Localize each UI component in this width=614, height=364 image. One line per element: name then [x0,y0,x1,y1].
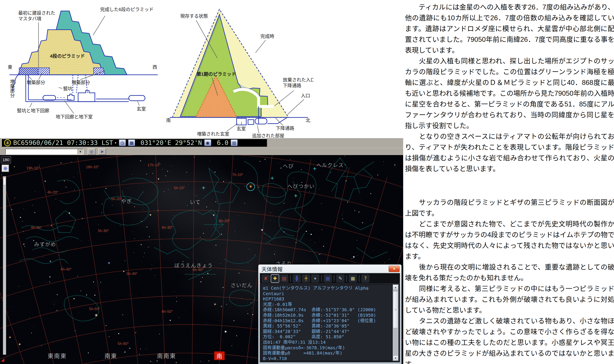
combobox-value[interactable] [6,149,77,154]
coordinate-cross-icon[interactable]: ╬ [293,275,301,282]
grid-coordinate-label: 17h-10° [147,163,161,167]
close-button[interactable]: × [389,266,400,272]
diagram-label-extension-mid: 増築部分 [27,80,45,85]
diagram-label-completed-pyramid: 完成した6段のピラミッド [100,7,154,12]
datetime-display[interactable]: BC65960/06/21 07:30:33 LST [13,139,113,146]
info-line: Centauri [263,291,390,297]
toolbar-separator [334,275,334,282]
dialog-toolbar: ✘✚▤╬╪⌖▥✎▦? [260,273,400,284]
reference-book-icon[interactable]: ▤ [280,275,288,282]
memo-clipboard-icon[interactable]: ▦ [349,275,357,282]
grid-coordinate-label: 4h-30° [31,225,42,230]
search-toolbar: ▼ ◎ ➤ [0,148,403,155]
horizon-direction-label: 東南東 [48,351,67,360]
grid-coordinate-label: 6h-50° [162,310,173,314]
telescope-icon[interactable]: ⌖ [311,275,319,282]
field-of-view-indicator: 180 [1,156,11,163]
paragraph: どこまでが意図された物で、どこまでが先史文明時代の製作かは不明瞭ですがサッカラの… [405,219,614,262]
clock-settings-icon[interactable]: ◷ [119,139,126,146]
globe-icon[interactable]: ◉ [204,139,211,146]
diagram-label-gallery-room: 地下回廊と地下室 [56,114,93,119]
grid-coordinate-label: 7h-10° [232,173,243,177]
info-line: 銀経:344°28'33" 銀緯:-21°44'47" [263,329,390,334]
grid-coordinate-label: 6h-20° [219,219,230,223]
help-icon[interactable]: ? [361,275,369,282]
coordinate-lock-icon[interactable]: ╪ [302,275,310,282]
constellation-label: ヘルクレス [317,161,344,169]
scroll-down-icon[interactable]: ▼ [393,355,398,361]
star-deselect-icon[interactable]: ✘ [262,275,270,282]
search-button[interactable]: ◎ [88,148,95,155]
toolbar-separator [290,275,291,282]
zoom-slider[interactable] [3,176,6,355]
horizon-direction-label: 南 [214,351,225,360]
info-line: 固有運動量μαcosδ=-3678.19(mas/年) [263,345,390,351]
planet-marker[interactable]: + [270,175,274,181]
diagram-label-south: 南 [166,118,171,123]
graph-monitor-icon[interactable]: ▥ [324,275,332,282]
diagram-label-current-state: 現存する状態 [180,13,208,18]
grid-coordinate-label: 4h-40° [61,267,71,272]
diagram-label-mastaba-line1: 最初に建設された [18,10,55,15]
diagram-label-west: 西 [152,65,157,69]
diagram-label-phase1: 第1期のピラミッド [197,71,236,77]
zoom-slider-thumb[interactable] [3,177,6,185]
paragraph: ティカルには金星のへの入植を表す26．7度の組み込みがあり、他の遺跡にも10カ所… [405,2,614,56]
goto-object-button[interactable]: ➤ [98,148,106,155]
display-settings-icon[interactable]: ▤ [231,139,238,146]
grid-coordinate-label: 6h-40° [193,268,204,272]
toolbar-separator [347,275,347,282]
scroll-up-icon[interactable]: ▲ [393,285,398,290]
diagram-label-added-room: 追加された部屋 [252,133,284,138]
grid-coordinate-label: 5h-10° [174,186,185,190]
dialog-titlebar[interactable]: 天体情報 × [260,265,400,273]
grid-coordinate-label: 6h-30° [162,225,173,230]
paragraph: となりの空きスペースにはティアマトの公転年が向けられており、ティアマトが失われた… [405,131,614,174]
horizon-direction-label: 南東 [105,351,117,360]
chart-corner-marker: ◢ [1,357,4,362]
celestial-info-dialog: 天体情報 × ✘✚▤╬╪⌖▥✎▦? α1 Cen(ケンタウルス) アルファケンタ… [258,264,402,364]
step-pyramid-cross-section-diagram: 最初に建設された マスタバ墳 完成した6段のピラミッド 4段のピラミッド 東 西… [5,2,160,120]
limiting-magnitude[interactable]: 6.0 [217,139,228,146]
diagram-label-descending-passage: 下降通路 [276,126,294,131]
extension-block [19,68,38,75]
info-line: 出01:47 南中07:31 没13:14 [263,339,390,345]
planet-marker[interactable]: + [313,166,317,172]
star-center-icon[interactable]: ✚ [271,275,279,282]
object-info-text: α1 Cen(ケンタウルス) アルファケンタウリ AlphaCentauriHI… [261,284,392,361]
info-line: HIP71683 [263,296,390,302]
planet-marker[interactable]: + [294,193,297,199]
time-dropdown-icon[interactable]: ▾ [114,141,117,145]
dialog-scrollbar[interactable]: ▲ ≡ ▼ [393,284,399,361]
horizon-direction-label: 南南東 [157,351,176,360]
selected-object-marker[interactable]: ✶ [246,182,255,191]
zoom-in-button[interactable]: ⊕ [2,165,9,172]
constellation-label: いて [190,198,201,205]
close-icon: × [393,267,396,271]
grid-coordinate-label: 5h-40° [127,272,137,276]
diagram-label-entrance: 入口 [301,93,310,98]
paragraph: 火星の入植も同様と思われ、探し出した場所がエジプトのサッカラの階段ピラミッドでし… [405,56,614,131]
underground-structures [26,75,145,102]
diagram-label-abandoned-line2: 下降通路 [283,83,301,88]
diagram-label-extended-chamber: 増築された玄室 [197,131,229,136]
edit-pen-icon[interactable]: ✎ [336,275,344,282]
constellation-label: さいだん [231,281,253,288]
info-line: 光度:-0.01等 [263,302,390,307]
grid-coordinate-label: 5h-50° [89,307,100,311]
grid-coordinate-label: 4h-20° [47,190,58,195]
object-search-combobox[interactable]: ▼ [5,149,84,155]
map-settings-icon[interactable]: ▦ [128,139,135,146]
paragraph: タニスの遺跡など激しく破壊されている物もあり、小さな物ほど破壊されやすかったでし… [405,316,614,364]
observer-coordinates[interactable]: 031°20'E 29°52'N [140,139,202,146]
combobox-dropdown-icon[interactable]: ▼ [77,149,83,154]
diagram-label-four-step: 4段のピラミッド [50,53,85,59]
constellation-label: へびつかい [287,182,315,190]
scrollbar-thumb[interactable]: ≡ [393,291,398,328]
planet-marker[interactable]: + [202,185,205,191]
diagram-label-mastaba-line2: マスタバ墳 [18,16,41,21]
constellation-label: へび [283,162,294,169]
constellation-label: やぎ [121,197,132,205]
third-pyramid-cross-section-diagram: 現存する状態 完成時 第1期のピラミッド 放棄された入口と 下降通路 入口 北 … [164,3,314,138]
info-line: α1 Cen(ケンタウルス) アルファケンタウリ Alpha [263,286,390,291]
